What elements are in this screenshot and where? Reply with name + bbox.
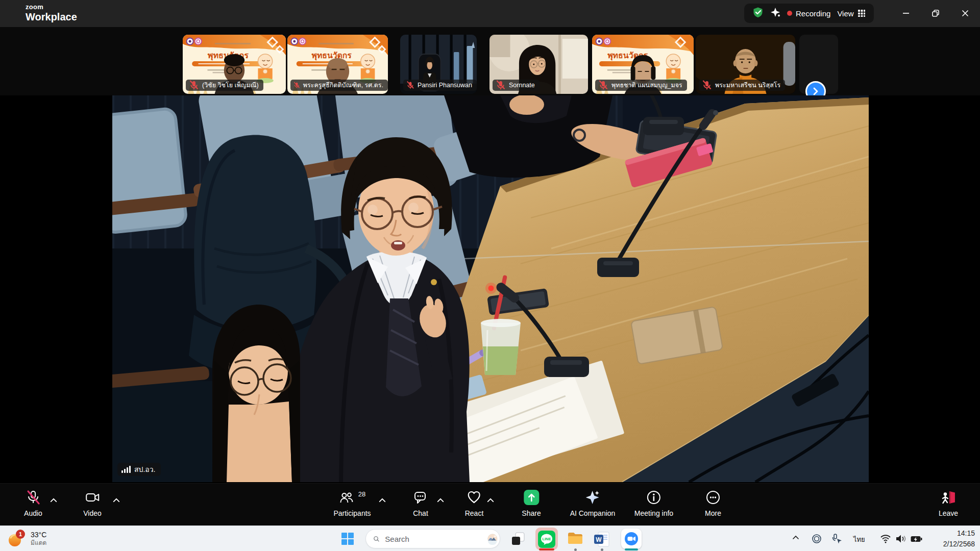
zoom-app-icon [624, 531, 639, 546]
chevron-right-icon [811, 87, 820, 96]
search-icon [373, 534, 379, 544]
sun-icon: 1 [6, 529, 27, 549]
more-ellipsis-icon [705, 489, 721, 506]
start-button[interactable] [341, 532, 354, 547]
participant-name-label: Sornnate [493, 80, 540, 91]
meeting-status-pill: Recording View [744, 4, 874, 23]
signal-bars-icon [121, 466, 131, 473]
search-input[interactable] [384, 534, 487, 544]
mic-muted-icon [495, 80, 506, 91]
ai-sparkle-icon [584, 489, 601, 506]
participants-options-caret[interactable] [379, 495, 386, 505]
grid-view-icon [857, 9, 866, 17]
zoom-workplace-logo: zoom Workplace [26, 4, 77, 22]
participant-video-4[interactable]: Sornnate [489, 35, 588, 94]
zoom-meeting-window: zoom Workplace Recording View [0, 0, 980, 551]
participant-video-1[interactable]: พุทธนวัตกร [183, 35, 286, 94]
wifi-icon[interactable] [879, 533, 892, 546]
language-indicator[interactable]: ไทย [853, 534, 865, 545]
ai-companion-sparkle-icon[interactable] [770, 7, 780, 19]
share-screen-icon [523, 489, 540, 506]
participants-label: Participants [333, 509, 371, 517]
line-running-indicator [539, 548, 554, 550]
info-icon [646, 489, 662, 506]
minimize-button[interactable] [897, 5, 915, 21]
video-label: Video [83, 509, 102, 517]
volume-icon[interactable] [895, 533, 907, 546]
video-button[interactable]: Video [83, 489, 102, 517]
recording-indicator[interactable]: Recording [787, 9, 830, 18]
cartoon-monk [257, 54, 273, 83]
word-icon: W [593, 531, 610, 548]
video-options-caret[interactable] [113, 495, 120, 505]
participant-name-label: พระมหาเสรีชน นริสฺสโร [699, 80, 785, 91]
leave-button[interactable]: Leave [939, 489, 958, 517]
participant-video-5[interactable]: พุทธนวัตกร [592, 35, 694, 94]
ai-companion-label: AI Companion [570, 509, 616, 517]
task-view-button[interactable] [510, 531, 526, 549]
weather-condition: มีแดด [31, 539, 46, 547]
audio-label: Audio [24, 509, 42, 517]
weather-art-icon [487, 531, 498, 547]
more-label: More [705, 509, 721, 517]
ai-companion-button[interactable]: AI Companion [570, 489, 616, 517]
line-wordmark: LINE [542, 537, 551, 541]
mic-muted-icon [701, 80, 713, 91]
view-label: View [837, 9, 853, 18]
participants-count-badge: 28 [358, 490, 365, 498]
participants-button[interactable]: 28 Participants [333, 489, 371, 517]
taskbar-search[interactable] [365, 529, 500, 548]
react-options-caret[interactable] [487, 495, 494, 505]
chat-button[interactable]: Chat [412, 489, 429, 517]
camera-icon [84, 489, 101, 506]
chat-options-caret[interactable] [437, 495, 444, 505]
participant-name: พระมหาเสรีชน นริสฺสโร [715, 80, 780, 90]
view-button[interactable]: View [837, 9, 865, 18]
logo-zoom-text: zoom [26, 4, 77, 10]
zoom-app-button[interactable] [621, 529, 642, 549]
participant-name: Pansiri Phansuwan [418, 82, 472, 89]
more-button[interactable]: More [705, 489, 721, 517]
participant-video-2[interactable]: พุทธนวัตกร [287, 35, 388, 94]
tray-app-icon[interactable] [811, 533, 822, 546]
word-app-button[interactable]: W [593, 531, 610, 550]
taskbar-clock[interactable]: 14:15 2/12/2568 [943, 528, 975, 549]
audio-button[interactable]: Audio [24, 489, 42, 517]
windows-logo-icon [341, 532, 354, 545]
cartoon-monk [665, 54, 681, 83]
recording-label: Recording [796, 9, 830, 18]
close-button[interactable] [957, 5, 974, 21]
line-app-button[interactable]: LINE [538, 531, 555, 550]
react-button[interactable]: React [465, 489, 484, 517]
clock-time: 14:15 [943, 528, 975, 539]
meeting-info-button[interactable]: Meeting info [634, 489, 673, 517]
explorer-running-dot [574, 548, 577, 551]
heart-icon [466, 489, 482, 506]
battery-icon[interactable] [910, 533, 923, 546]
participant-name: (วิชัย วิชโย เพ็ญมณี) [202, 80, 259, 90]
main-stage: สป.อว. [0, 95, 980, 483]
word-letter: W [596, 536, 602, 543]
recording-dot-icon [787, 11, 792, 16]
file-explorer-button[interactable] [567, 531, 584, 548]
restore-button[interactable] [927, 5, 944, 21]
title-bar: zoom Workplace Recording View [0, 0, 980, 27]
share-label: Share [522, 509, 541, 517]
participant-video-6[interactable]: พระมหาเสรีชน นริสฺสโร [696, 35, 795, 94]
participant-name: Sornnate [509, 82, 535, 89]
weather-widget[interactable]: 1 33°C มีแดด [6, 529, 46, 549]
participant-video-3[interactable]: Pansiri Phansuwan [400, 35, 477, 94]
tray-mic-icon[interactable] [830, 533, 843, 546]
weather-temp: 33°C [31, 531, 46, 539]
zoom-running-indicator [625, 548, 638, 550]
mic-muted-icon [188, 80, 200, 91]
participant-name-label: (วิชัย วิชโย เพ็ญมณี) [186, 80, 263, 91]
cartoon-monk [360, 54, 376, 83]
main-video[interactable]: สป.อว. [112, 95, 869, 482]
audio-options-caret[interactable] [50, 495, 57, 505]
tray-chevron-button[interactable] [792, 533, 800, 543]
meeting-room-scene [112, 95, 869, 482]
source-name: สป.อว. [134, 464, 155, 475]
security-shield-icon[interactable] [752, 7, 764, 20]
share-button[interactable]: Share [522, 489, 541, 517]
